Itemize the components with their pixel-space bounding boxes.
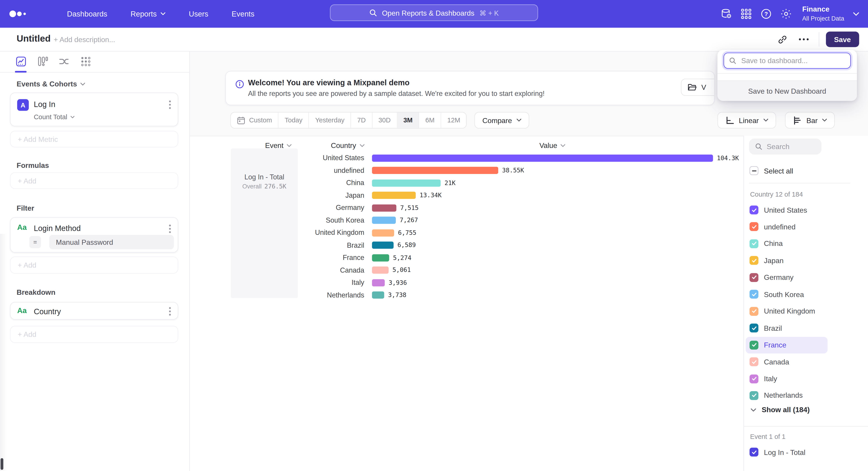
filter-checkbox[interactable] [749, 374, 758, 383]
filter-item-undefined[interactable]: undefined [746, 218, 828, 235]
dashboard-search-field[interactable] [723, 53, 851, 69]
filter-item-south-korea[interactable]: South Korea [746, 286, 828, 302]
scale-selector-button[interactable]: Linear [717, 112, 776, 128]
bar[interactable] [372, 254, 389, 262]
metric-event-name[interactable]: Log In [34, 100, 55, 109]
date-range-3m[interactable]: 3M [397, 112, 419, 128]
filter-card[interactable]: Aa Login Method = Manual Password [10, 217, 178, 253]
nav-item-reports[interactable]: Reports [119, 0, 177, 28]
filter-property-name[interactable]: Login Method [34, 224, 81, 233]
bar[interactable] [372, 279, 385, 286]
copy-link-icon[interactable] [774, 32, 791, 47]
date-range-7d[interactable]: 7D [351, 112, 372, 128]
date-range-today[interactable]: Today [279, 112, 309, 128]
dashboard-search-input[interactable] [740, 56, 845, 65]
select-all-row[interactable]: Select all [749, 166, 793, 175]
chevron-down-icon [751, 408, 756, 412]
settings-gear-icon[interactable] [778, 5, 794, 22]
report-title[interactable]: Untitled [17, 33, 51, 44]
show-all-button[interactable]: Show all (184) [751, 406, 810, 414]
search-icon [369, 9, 377, 17]
chart-row-united-states: United States104.3K [190, 152, 743, 164]
filter-item-china[interactable]: China [746, 235, 828, 252]
chart-type-button[interactable]: Bar [785, 112, 835, 128]
bar-chart-icon [793, 116, 802, 125]
breakdown-card[interactable]: Aa Country [10, 302, 178, 320]
date-range-6m[interactable]: 6M [419, 112, 441, 128]
date-range-12m[interactable]: 12M [441, 112, 466, 128]
date-range-yesterday[interactable]: Yesterday [309, 112, 351, 128]
date-range-custom[interactable]: Custom [231, 112, 278, 128]
nav-item-events[interactable]: Events [220, 0, 266, 28]
global-search-button[interactable]: Open Reports & Dashboards ⌘ + K [330, 4, 538, 21]
filter-operator[interactable]: = [29, 236, 41, 248]
bar[interactable] [372, 217, 396, 224]
filter-checkbox[interactable] [749, 307, 758, 316]
filter-item-brazil[interactable]: Brazil [746, 320, 828, 336]
bar[interactable] [372, 229, 394, 237]
kebab-menu-icon[interactable] [169, 100, 171, 109]
insights-tab-icon[interactable] [13, 51, 28, 72]
filter-checkbox[interactable] [749, 206, 758, 214]
filter-checkbox[interactable] [749, 256, 758, 265]
filter-item-united-kingdom[interactable]: United Kingdom [746, 303, 828, 319]
bar[interactable] [372, 267, 389, 274]
bar[interactable] [372, 242, 394, 249]
compare-button[interactable]: Compare [475, 112, 529, 128]
funnels-tab-icon[interactable] [35, 51, 50, 72]
more-options-icon[interactable] [795, 32, 812, 47]
filter-checkbox[interactable] [749, 391, 758, 400]
bar[interactable] [372, 167, 498, 174]
view-dataset-button[interactable]: V [681, 79, 715, 96]
bar-label: United Kingdom [190, 229, 364, 237]
select-all-checkbox[interactable] [749, 166, 758, 175]
add-metric-button[interactable]: + Add Metric [10, 131, 178, 147]
add-breakdown-button[interactable]: + Add [10, 326, 178, 343]
scrollbar-thumb[interactable] [0, 458, 3, 470]
mixpanel-logo-icon[interactable] [9, 0, 28, 28]
save-button[interactable]: Save [826, 32, 859, 47]
filter-item-germany[interactable]: Germany [746, 269, 828, 286]
filter-checkbox[interactable] [749, 273, 758, 282]
add-filter-button[interactable]: + Add [10, 257, 178, 274]
add-formula-button[interactable]: + Add [10, 172, 178, 189]
flows-tab-icon[interactable] [57, 51, 71, 72]
data-management-icon[interactable] [718, 5, 735, 22]
filter-item-netherlands[interactable]: Netherlands [746, 387, 828, 404]
kebab-menu-icon[interactable] [169, 225, 171, 233]
save-to-new-dashboard-button[interactable]: Save to New Dashboard [717, 80, 857, 101]
breakdown-property-name[interactable]: Country [34, 307, 61, 316]
date-range-30d[interactable]: 30D [372, 112, 397, 128]
bar[interactable] [372, 154, 713, 162]
metric-card[interactable]: A Log In Count Total [10, 92, 178, 126]
filter-checkbox[interactable] [749, 223, 758, 231]
filter-item-france[interactable]: France [746, 336, 828, 353]
filter-checkbox[interactable] [749, 239, 758, 248]
nav-item-users[interactable]: Users [177, 0, 220, 28]
apps-grid-icon[interactable] [738, 5, 754, 22]
filter-item-canada[interactable]: Canada [746, 354, 828, 370]
filter-checkbox[interactable] [749, 290, 758, 299]
bar[interactable] [372, 205, 397, 212]
project-switcher[interactable]: Finance All Project Data [802, 5, 844, 22]
retention-tab-icon[interactable] [78, 51, 93, 72]
event-checkbox[interactable] [749, 448, 758, 457]
series-search-input[interactable]: Search [749, 139, 822, 154]
filter-item-united-states[interactable]: United States [746, 202, 828, 218]
events-section-label[interactable]: Events & Cohorts [17, 80, 85, 88]
filter-item-italy[interactable]: Italy [746, 370, 828, 387]
bar[interactable] [372, 192, 416, 199]
add-description-button[interactable]: + Add description... [54, 35, 115, 44]
filter-value[interactable]: Manual Password [49, 235, 174, 249]
kebab-menu-icon[interactable] [169, 307, 171, 316]
filter-item-japan[interactable]: Japan [746, 252, 828, 269]
filter-checkbox[interactable] [749, 324, 758, 332]
metric-aggregation[interactable]: Count Total [34, 113, 74, 121]
help-icon[interactable]: ? [758, 5, 774, 22]
bar[interactable] [372, 292, 384, 299]
filter-checkbox[interactable] [749, 357, 758, 366]
filter-checkbox[interactable] [749, 341, 758, 349]
nav-item-dashboards[interactable]: Dashboards [55, 0, 119, 28]
event-filter-item[interactable]: Log In - Total [746, 444, 828, 460]
bar[interactable] [372, 179, 441, 187]
